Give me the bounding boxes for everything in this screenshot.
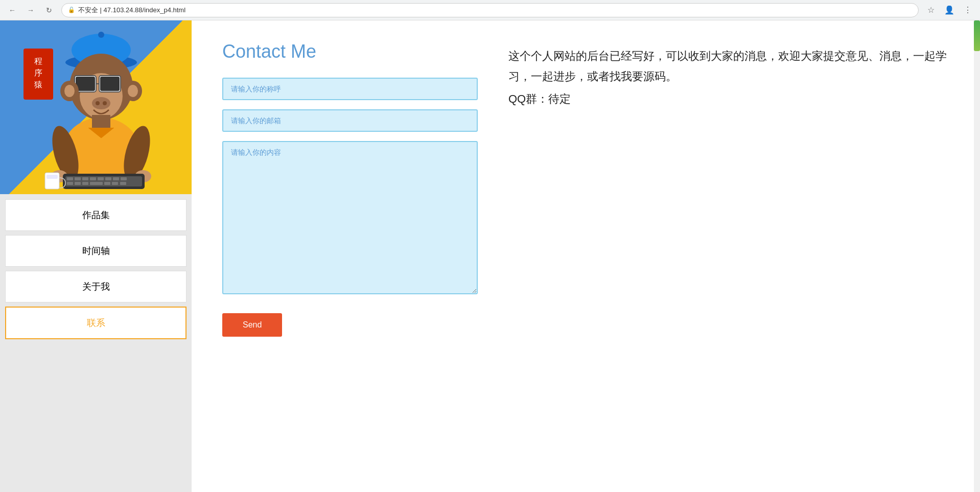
content-textarea[interactable] [222, 141, 478, 294]
security-label: 不安全 [78, 6, 98, 15]
email-field-group [222, 109, 478, 132]
sidebar-avatar: 程 序 猿 [0, 20, 192, 194]
security-icon: 🔓 [68, 7, 75, 13]
sidebar-item-works[interactable]: 作品集 [5, 199, 186, 231]
qq-label: QQ群：待定 [508, 91, 949, 107]
sidebar-item-timeline[interactable]: 时间轴 [5, 235, 186, 267]
svg-rect-34 [105, 177, 111, 180]
svg-text:程: 程 [34, 57, 42, 65]
main-content: Contact Me Send 这个个人网站的后台已经写好，可以收到大家的消息，… [192, 20, 980, 492]
contact-form-section: Contact Me Send [222, 41, 478, 472]
svg-rect-32 [90, 177, 96, 180]
url-text: 47.103.24.88/index_p4.html [104, 6, 185, 14]
svg-text:序: 序 [34, 68, 42, 77]
scrollbar-thumb [974, 20, 980, 51]
svg-rect-40 [90, 182, 103, 185]
svg-point-6 [98, 32, 104, 38]
page-wrapper: 程 序 猿 [0, 20, 980, 492]
svg-rect-42 [112, 182, 118, 185]
svg-point-15 [96, 101, 100, 105]
svg-point-18 [64, 85, 75, 97]
svg-point-16 [103, 101, 107, 105]
sidebar-item-contact[interactable]: 联系 [5, 307, 186, 339]
svg-point-20 [128, 85, 138, 97]
sidebar: 程 序 猿 [0, 20, 192, 492]
sidebar-item-about[interactable]: 关于我 [5, 271, 186, 302]
forward-button[interactable]: → [24, 3, 38, 17]
name-input[interactable] [222, 78, 478, 100]
email-input[interactable] [222, 109, 478, 132]
name-field-group [222, 78, 478, 100]
send-button[interactable]: Send [222, 313, 282, 337]
svg-rect-36 [121, 177, 127, 180]
svg-rect-38 [75, 182, 81, 185]
svg-rect-35 [113, 177, 119, 180]
svg-rect-29 [67, 177, 73, 180]
sidebar-nav: 作品集 时间轴 关于我 联系 [0, 194, 192, 344]
svg-rect-12 [76, 77, 95, 91]
svg-rect-37 [67, 182, 73, 185]
profile-button[interactable]: 👤 [942, 3, 956, 17]
address-bar[interactable]: 🔓 不安全 | 47.103.24.88/index_p4.html [61, 3, 919, 17]
info-section: 这个个人网站的后台已经写好，可以收到大家的消息，欢迎大家提交意见、消息，一起学习… [508, 41, 949, 472]
menu-button[interactable]: ⋮ [961, 3, 975, 17]
bookmark-button[interactable]: ☆ [924, 3, 938, 17]
svg-rect-30 [75, 177, 81, 180]
info-description: 这个个人网站的后台已经写好，可以收到大家的消息，欢迎大家提交意见、消息，一起学习… [508, 46, 949, 86]
svg-rect-39 [82, 182, 88, 185]
browser-nav: ← → ↻ [5, 3, 56, 17]
content-field-group [222, 141, 478, 296]
browser-chrome: ← → ↻ 🔓 不安全 | 47.103.24.88/index_p4.html… [0, 0, 980, 20]
monkey-illustration: 程 序 猿 [14, 20, 178, 194]
svg-rect-33 [98, 177, 104, 180]
back-button[interactable]: ← [5, 3, 19, 17]
url-separator: | [98, 6, 104, 14]
svg-text:猿: 猿 [34, 80, 42, 89]
svg-rect-13 [100, 77, 120, 91]
svg-point-14 [92, 97, 110, 109]
scrollbar[interactable] [974, 20, 980, 492]
refresh-button[interactable]: ↻ [42, 3, 56, 17]
contact-title: Contact Me [222, 41, 478, 62]
svg-rect-45 [46, 175, 58, 179]
svg-rect-43 [120, 182, 126, 185]
svg-rect-41 [104, 182, 110, 185]
browser-actions: ☆ 👤 ⋮ [924, 3, 975, 17]
svg-rect-31 [82, 177, 88, 180]
